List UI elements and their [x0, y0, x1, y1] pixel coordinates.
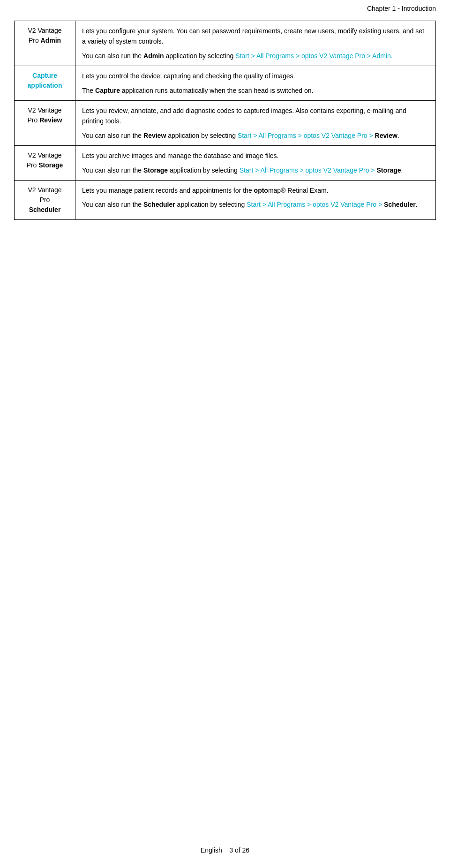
row-label-review: V2 VantagePro Review — [15, 100, 75, 145]
capture-desc-1: Lets you control the device; capturing a… — [82, 71, 429, 81]
scheduler-desc-2: You can also run the Scheduler applicati… — [82, 199, 429, 210]
content-table: V2 VantagePro Admin Lets you configure y… — [14, 21, 436, 220]
review-desc-1: Lets you review, annotate, and add diagn… — [82, 106, 429, 127]
main-content: V2 VantagePro Admin Lets you configure y… — [0, 21, 450, 248]
footer-page-info: 3 of 26 — [229, 846, 249, 854]
footer-language: English — [201, 846, 222, 854]
table-row: V2 VantagePro Storage Lets you archive i… — [15, 146, 436, 181]
page-header: Chapter 1 - Introduction — [0, 0, 450, 17]
admin-desc-2: You can also run the Admin application b… — [82, 51, 429, 61]
row-content-scheduler: Lets you manage patient records and appo… — [75, 180, 436, 219]
row-label-storage: V2 VantagePro Storage — [15, 146, 75, 181]
storage-desc-2: You can also run the Storage application… — [82, 165, 429, 175]
row-label-admin: V2 VantagePro Admin — [15, 21, 75, 66]
row-label-capture: Captureapplication — [15, 66, 75, 101]
storage-desc-1: Lets you archive images and manage the d… — [82, 151, 429, 161]
row-content-capture: Lets you control the device; capturing a… — [75, 66, 436, 101]
row-label-scheduler: V2 VantageProScheduler — [15, 180, 75, 219]
table-row: V2 VantagePro Review Lets you review, an… — [15, 100, 436, 145]
capture-desc-2: The Capture application runs automatical… — [82, 85, 429, 96]
row-content-storage: Lets you archive images and manage the d… — [75, 146, 436, 181]
table-row: V2 VantageProScheduler Lets you manage p… — [15, 180, 436, 219]
row-content-review: Lets you review, annotate, and add diagn… — [75, 100, 436, 145]
table-row: V2 VantagePro Admin Lets you configure y… — [15, 21, 436, 66]
review-desc-2: You can also run the Review application … — [82, 130, 429, 141]
table-row: Captureapplication Lets you control the … — [15, 66, 436, 101]
row-content-admin: Lets you configure your system. You can … — [75, 21, 436, 66]
admin-desc-1: Lets you configure your system. You can … — [82, 26, 429, 47]
page-footer: English 3 of 26 — [0, 846, 450, 854]
chapter-title: Chapter 1 - Introduction — [367, 5, 436, 12]
scheduler-desc-1: Lets you manage patient records and appo… — [82, 185, 429, 196]
